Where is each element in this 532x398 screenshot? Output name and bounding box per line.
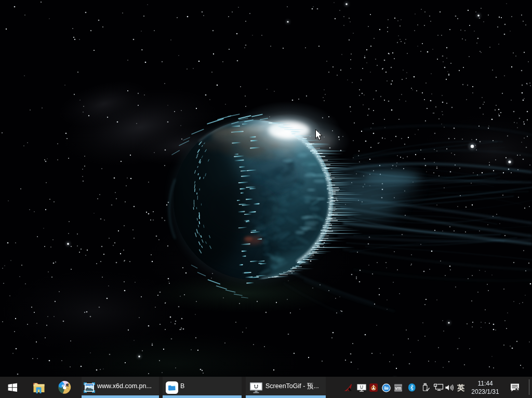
- svg-text:vm: vm: [395, 386, 402, 391]
